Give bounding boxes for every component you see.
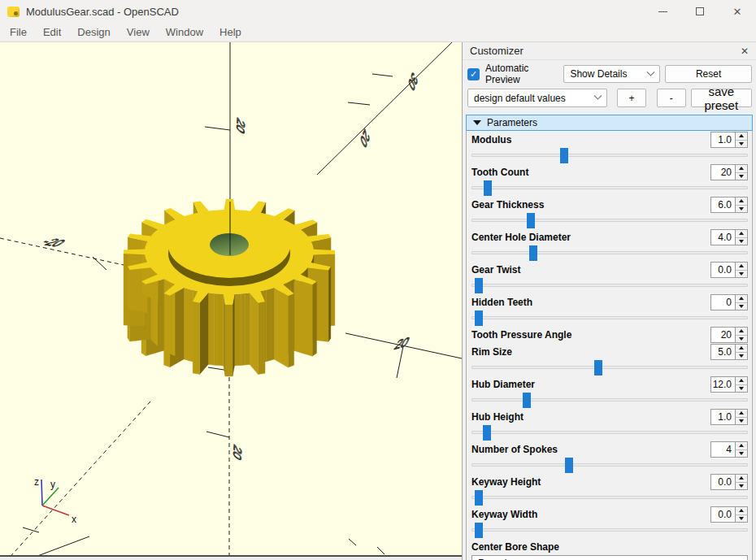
spin-up-button[interactable]	[736, 328, 747, 335]
spin-up-button[interactable]	[736, 377, 747, 384]
parameter-value-field[interactable]: 20	[710, 164, 736, 180]
slider-track[interactable]	[471, 496, 748, 499]
spin-down-button[interactable]	[736, 205, 747, 213]
parameter-slider[interactable]	[471, 278, 748, 293]
reset-button[interactable]: Reset	[665, 65, 752, 83]
parameter-spinbox[interactable]: 20	[710, 164, 748, 180]
spin-up-button[interactable]	[736, 230, 747, 237]
slider-track[interactable]	[471, 251, 748, 254]
slider-handle[interactable]	[565, 458, 573, 473]
spin-up-button[interactable]	[736, 345, 747, 352]
viewport-3d[interactable]: 20302020-2020zyx	[0, 42, 462, 560]
parameter-slider[interactable]	[471, 523, 748, 538]
spin-down-button[interactable]	[736, 172, 747, 180]
slider-track[interactable]	[471, 398, 748, 402]
slider-track[interactable]	[471, 528, 748, 532]
minimize-button[interactable]	[644, 0, 681, 23]
slider-track[interactable]	[471, 284, 748, 287]
parameter-spinbox[interactable]: 20	[710, 327, 748, 343]
slider-track[interactable]	[471, 366, 748, 369]
slider-handle[interactable]	[560, 148, 568, 163]
spin-down-button[interactable]	[736, 384, 747, 393]
parameter-value-field[interactable]: 1.0	[710, 132, 736, 148]
save-preset-button[interactable]: save preset	[691, 89, 752, 107]
parameter-value-field[interactable]: 6.0	[710, 197, 736, 213]
slider-handle[interactable]	[529, 245, 537, 261]
spin-down-button[interactable]	[736, 302, 747, 310]
spin-down-button[interactable]	[736, 140, 747, 148]
slider-handle[interactable]	[594, 360, 602, 376]
slider-handle[interactable]	[527, 213, 535, 228]
menu-item-view[interactable]: View	[119, 23, 158, 41]
spin-up-button[interactable]	[736, 442, 747, 449]
spin-up-button[interactable]	[736, 507, 747, 514]
menu-item-window[interactable]: Window	[158, 23, 211, 41]
parameter-value-field[interactable]: 0.0	[710, 506, 736, 523]
slider-handle[interactable]	[475, 310, 483, 326]
slider-handle[interactable]	[523, 393, 531, 408]
slider-handle[interactable]	[475, 278, 483, 293]
slider-track[interactable]	[471, 219, 748, 222]
parameter-slider[interactable]	[471, 425, 748, 441]
parameter-value-field[interactable]: 0.0	[710, 262, 736, 278]
slider-track[interactable]	[471, 154, 748, 157]
parameter-value-field[interactable]: 0	[710, 294, 736, 310]
parameter-spinbox[interactable]: 12.0	[710, 376, 748, 393]
slider-handle[interactable]	[484, 180, 492, 196]
parameter-value-field[interactable]: 1.0	[710, 409, 736, 425]
slider-handle[interactable]	[483, 425, 491, 441]
parameter-spinbox[interactable]: 4.0	[710, 229, 748, 245]
spin-up-button[interactable]	[736, 295, 747, 302]
preset-select[interactable]: design default values	[467, 89, 607, 107]
parameter-value-field[interactable]: 4	[710, 441, 736, 458]
parameter-spinbox[interactable]: 0.0	[710, 474, 748, 490]
parameter-slider[interactable]	[471, 213, 748, 228]
parameter-slider[interactable]	[471, 360, 748, 376]
parameter-spinbox[interactable]: 0.0	[710, 506, 748, 523]
maximize-button[interactable]	[681, 0, 719, 23]
customizer-close-icon[interactable]: ✕	[741, 46, 749, 57]
detail-level-select[interactable]: Show Details	[563, 65, 660, 83]
parameter-value-field[interactable]: 0.0	[710, 474, 736, 490]
spin-down-button[interactable]	[736, 449, 747, 458]
parameter-spinbox[interactable]: 1.0	[710, 409, 748, 425]
parameter-spinbox[interactable]: 5.0	[710, 344, 748, 360]
spin-down-button[interactable]	[736, 335, 747, 343]
parameter-value-field[interactable]: 12.0	[710, 376, 736, 393]
spin-down-button[interactable]	[736, 417, 747, 425]
slider-track[interactable]	[471, 316, 748, 319]
menu-item-help[interactable]: Help	[211, 23, 250, 41]
spin-down-button[interactable]	[736, 514, 747, 523]
parameter-slider[interactable]	[471, 310, 748, 326]
parameter-value-field[interactable]: 20	[710, 327, 736, 343]
parameter-value-field[interactable]: 4.0	[710, 229, 736, 245]
spin-down-button[interactable]	[736, 237, 747, 245]
close-button[interactable]: ✕	[719, 0, 756, 23]
spin-up-button[interactable]	[736, 475, 747, 482]
slider-track[interactable]	[471, 186, 748, 189]
parameter-slider[interactable]	[471, 458, 748, 473]
parameter-slider[interactable]	[471, 180, 748, 196]
menu-item-design[interactable]: Design	[69, 23, 118, 41]
remove-preset-button[interactable]: -	[657, 89, 686, 107]
spin-down-button[interactable]	[736, 482, 747, 490]
parameter-slider[interactable]	[471, 148, 748, 163]
add-preset-button[interactable]: +	[617, 89, 646, 107]
spin-up-button[interactable]	[736, 198, 747, 205]
parameter-slider[interactable]	[471, 245, 748, 261]
slider-track[interactable]	[471, 431, 748, 434]
slider-handle[interactable]	[475, 490, 483, 506]
spin-up-button[interactable]	[736, 165, 747, 172]
parameter-spinbox[interactable]: 4	[710, 441, 748, 458]
slider-handle[interactable]	[475, 523, 483, 538]
slider-track[interactable]	[471, 463, 748, 467]
parameter-slider[interactable]	[471, 490, 748, 506]
spin-up-button[interactable]	[736, 263, 747, 270]
spin-down-button[interactable]	[736, 352, 747, 360]
center-bore-shape-select[interactable]: Round	[471, 555, 748, 560]
menu-item-file[interactable]: File	[2, 23, 35, 41]
automatic-preview-checkbox[interactable]: ✓	[467, 68, 480, 80]
parameters-group-header[interactable]: Parameters	[466, 115, 753, 131]
parameter-spinbox[interactable]: 6.0	[710, 197, 748, 213]
menu-item-edit[interactable]: Edit	[35, 23, 69, 41]
